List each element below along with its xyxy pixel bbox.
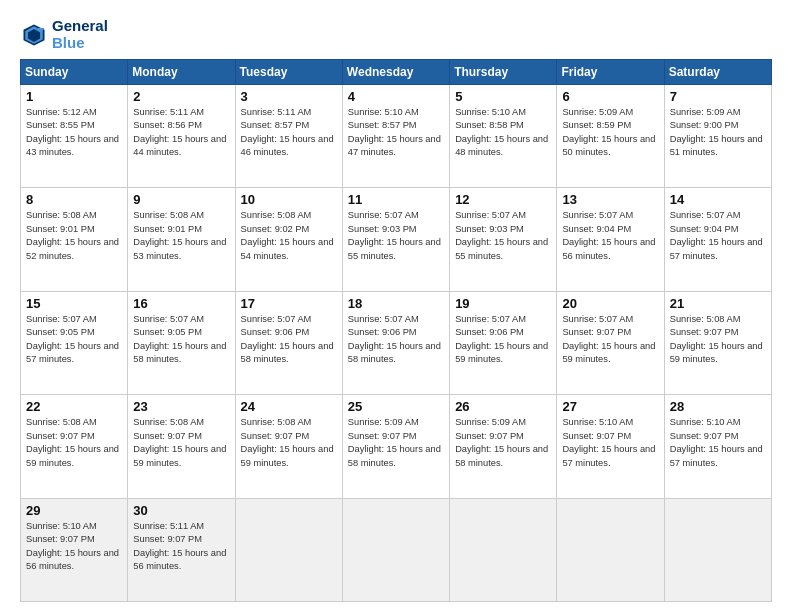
sunrise-label: Sunrise: 5:11 AM [133, 107, 204, 117]
day-info: Sunrise: 5:11 AM Sunset: 8:57 PM Dayligh… [241, 106, 337, 160]
day-number: 11 [348, 192, 444, 207]
calendar-cell: 30 Sunrise: 5:11 AM Sunset: 9:07 PM Dayl… [128, 498, 235, 601]
daylight-label: Daylight: 15 hours and 59 minutes. [133, 444, 226, 467]
day-number: 24 [241, 399, 337, 414]
day-number: 9 [133, 192, 229, 207]
sunset-label: Sunset: 9:07 PM [562, 327, 631, 337]
daylight-label: Daylight: 15 hours and 59 minutes. [562, 341, 655, 364]
day-info: Sunrise: 5:08 AM Sunset: 9:07 PM Dayligh… [26, 416, 122, 470]
day-number: 22 [26, 399, 122, 414]
day-number: 3 [241, 89, 337, 104]
sunset-label: Sunset: 9:06 PM [348, 327, 417, 337]
sunrise-label: Sunrise: 5:10 AM [670, 417, 741, 427]
sunset-label: Sunset: 9:02 PM [241, 224, 310, 234]
calendar-cell: 24 Sunrise: 5:08 AM Sunset: 9:07 PM Dayl… [235, 395, 342, 498]
day-info: Sunrise: 5:07 AM Sunset: 9:03 PM Dayligh… [348, 209, 444, 263]
logo-text: General Blue [52, 18, 108, 51]
day-number: 19 [455, 296, 551, 311]
daylight-label: Daylight: 15 hours and 56 minutes. [26, 548, 119, 571]
sunset-label: Sunset: 9:07 PM [670, 327, 739, 337]
sunset-label: Sunset: 9:05 PM [133, 327, 202, 337]
sunset-label: Sunset: 9:07 PM [133, 534, 202, 544]
daylight-label: Daylight: 15 hours and 55 minutes. [348, 237, 441, 260]
daylight-label: Daylight: 15 hours and 59 minutes. [670, 341, 763, 364]
daylight-label: Daylight: 15 hours and 59 minutes. [455, 341, 548, 364]
day-number: 10 [241, 192, 337, 207]
daylight-label: Daylight: 15 hours and 51 minutes. [670, 134, 763, 157]
daylight-label: Daylight: 15 hours and 58 minutes. [455, 444, 548, 467]
sunrise-label: Sunrise: 5:08 AM [133, 210, 204, 220]
calendar-cell: 12 Sunrise: 5:07 AM Sunset: 9:03 PM Dayl… [450, 188, 557, 291]
calendar-cell: 11 Sunrise: 5:07 AM Sunset: 9:03 PM Dayl… [342, 188, 449, 291]
sunset-label: Sunset: 9:00 PM [670, 120, 739, 130]
daylight-label: Daylight: 15 hours and 48 minutes. [455, 134, 548, 157]
day-number: 16 [133, 296, 229, 311]
calendar-row: 15 Sunrise: 5:07 AM Sunset: 9:05 PM Dayl… [21, 291, 772, 394]
sunset-label: Sunset: 9:04 PM [562, 224, 631, 234]
day-number: 25 [348, 399, 444, 414]
sunset-label: Sunset: 9:03 PM [455, 224, 524, 234]
day-number: 21 [670, 296, 766, 311]
calendar-row: 8 Sunrise: 5:08 AM Sunset: 9:01 PM Dayli… [21, 188, 772, 291]
daylight-label: Daylight: 15 hours and 52 minutes. [26, 237, 119, 260]
sunrise-label: Sunrise: 5:09 AM [670, 107, 741, 117]
sunrise-label: Sunrise: 5:07 AM [455, 314, 526, 324]
day-info: Sunrise: 5:10 AM Sunset: 9:07 PM Dayligh… [562, 416, 658, 470]
calendar-cell: 28 Sunrise: 5:10 AM Sunset: 9:07 PM Dayl… [664, 395, 771, 498]
page: General Blue SundayMondayTuesdayWednesda… [0, 0, 792, 612]
weekday-label: Saturday [664, 60, 771, 85]
sunrise-label: Sunrise: 5:08 AM [241, 210, 312, 220]
sunset-label: Sunset: 8:59 PM [562, 120, 631, 130]
day-info: Sunrise: 5:07 AM Sunset: 9:07 PM Dayligh… [562, 313, 658, 367]
calendar-cell: 4 Sunrise: 5:10 AM Sunset: 8:57 PM Dayli… [342, 85, 449, 188]
sunrise-label: Sunrise: 5:11 AM [241, 107, 312, 117]
daylight-label: Daylight: 15 hours and 53 minutes. [133, 237, 226, 260]
calendar-cell: 17 Sunrise: 5:07 AM Sunset: 9:06 PM Dayl… [235, 291, 342, 394]
day-number: 18 [348, 296, 444, 311]
daylight-label: Daylight: 15 hours and 58 minutes. [133, 341, 226, 364]
day-info: Sunrise: 5:07 AM Sunset: 9:05 PM Dayligh… [133, 313, 229, 367]
day-info: Sunrise: 5:08 AM Sunset: 9:07 PM Dayligh… [133, 416, 229, 470]
day-info: Sunrise: 5:11 AM Sunset: 8:56 PM Dayligh… [133, 106, 229, 160]
sunset-label: Sunset: 9:07 PM [241, 431, 310, 441]
sunrise-label: Sunrise: 5:08 AM [670, 314, 741, 324]
calendar-cell: 20 Sunrise: 5:07 AM Sunset: 9:07 PM Dayl… [557, 291, 664, 394]
calendar-cell [450, 498, 557, 601]
day-info: Sunrise: 5:08 AM Sunset: 9:07 PM Dayligh… [241, 416, 337, 470]
sunset-label: Sunset: 9:03 PM [348, 224, 417, 234]
sunset-label: Sunset: 9:06 PM [241, 327, 310, 337]
sunrise-label: Sunrise: 5:10 AM [562, 417, 633, 427]
weekday-label: Monday [128, 60, 235, 85]
day-info: Sunrise: 5:07 AM Sunset: 9:03 PM Dayligh… [455, 209, 551, 263]
daylight-label: Daylight: 15 hours and 58 minutes. [348, 444, 441, 467]
calendar-cell: 27 Sunrise: 5:10 AM Sunset: 9:07 PM Dayl… [557, 395, 664, 498]
day-number: 12 [455, 192, 551, 207]
calendar-cell: 18 Sunrise: 5:07 AM Sunset: 9:06 PM Dayl… [342, 291, 449, 394]
sunrise-label: Sunrise: 5:08 AM [241, 417, 312, 427]
daylight-label: Daylight: 15 hours and 44 minutes. [133, 134, 226, 157]
day-number: 7 [670, 89, 766, 104]
day-info: Sunrise: 5:07 AM Sunset: 9:06 PM Dayligh… [455, 313, 551, 367]
day-info: Sunrise: 5:10 AM Sunset: 8:57 PM Dayligh… [348, 106, 444, 160]
sunrise-label: Sunrise: 5:08 AM [26, 210, 97, 220]
day-info: Sunrise: 5:07 AM Sunset: 9:06 PM Dayligh… [348, 313, 444, 367]
day-number: 2 [133, 89, 229, 104]
daylight-label: Daylight: 15 hours and 46 minutes. [241, 134, 334, 157]
day-number: 5 [455, 89, 551, 104]
daylight-label: Daylight: 15 hours and 55 minutes. [455, 237, 548, 260]
sunset-label: Sunset: 9:07 PM [562, 431, 631, 441]
calendar-cell [557, 498, 664, 601]
daylight-label: Daylight: 15 hours and 59 minutes. [241, 444, 334, 467]
calendar-cell: 15 Sunrise: 5:07 AM Sunset: 9:05 PM Dayl… [21, 291, 128, 394]
sunrise-label: Sunrise: 5:07 AM [562, 210, 633, 220]
calendar-cell: 22 Sunrise: 5:08 AM Sunset: 9:07 PM Dayl… [21, 395, 128, 498]
day-number: 6 [562, 89, 658, 104]
weekday-label: Wednesday [342, 60, 449, 85]
calendar-row: 1 Sunrise: 5:12 AM Sunset: 8:55 PM Dayli… [21, 85, 772, 188]
sunset-label: Sunset: 8:57 PM [348, 120, 417, 130]
day-number: 26 [455, 399, 551, 414]
day-info: Sunrise: 5:07 AM Sunset: 9:04 PM Dayligh… [670, 209, 766, 263]
day-number: 20 [562, 296, 658, 311]
sunrise-label: Sunrise: 5:07 AM [348, 314, 419, 324]
daylight-label: Daylight: 15 hours and 43 minutes. [26, 134, 119, 157]
